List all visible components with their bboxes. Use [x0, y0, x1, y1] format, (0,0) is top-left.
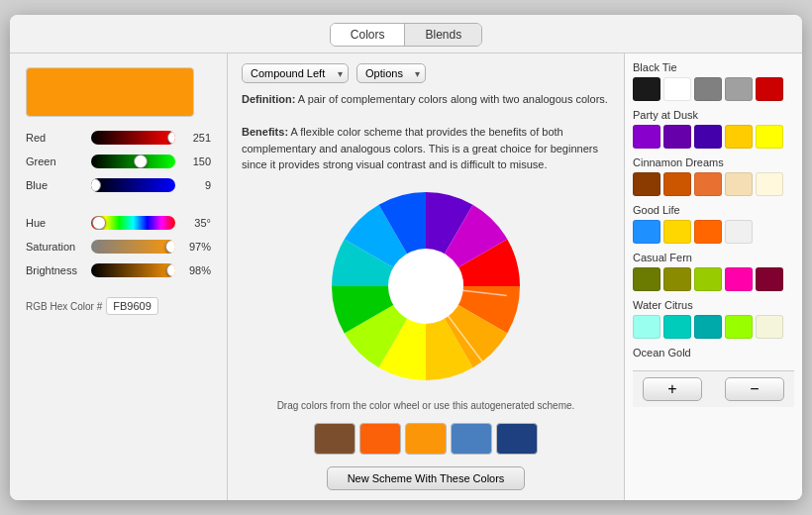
palette-swatch[interactable]: [725, 125, 753, 149]
palette-swatch[interactable]: [694, 220, 722, 244]
right-panel: Black Tie Party at Dusk: [624, 53, 802, 500]
palette-swatches-water-citrus: [633, 315, 794, 339]
palette-swatch[interactable]: [725, 267, 753, 291]
slider-blue[interactable]: [91, 178, 175, 192]
palette-swatch[interactable]: [633, 267, 660, 291]
hex-label: RGB Hex Color #: [26, 301, 102, 312]
color-wheel-area: [242, 181, 610, 393]
palette-party-at-dusk: Party at Dusk: [633, 109, 794, 149]
scheme-swatch-3[interactable]: [451, 423, 492, 455]
controls-row: Compound Left Options: [242, 63, 610, 83]
benefits-text: A flexible color scheme that provides th…: [242, 126, 598, 170]
app-window: Colors Blends Red 251 Green 150: [10, 15, 802, 500]
slider-label-blue: Blue: [26, 179, 85, 191]
palette-swatch[interactable]: [756, 315, 783, 339]
slider-value-blue: 9: [181, 179, 211, 191]
palette-swatches-casual-fern: [633, 267, 794, 291]
palette-swatch[interactable]: [633, 315, 660, 339]
palette-swatches-good-life: [633, 220, 794, 244]
palette-swatch[interactable]: [725, 315, 753, 339]
palette-name-cinnamon-dreams: Cinnamon Dreams: [633, 156, 794, 168]
palette-name-ocean-gold: Ocean Gold: [633, 347, 794, 359]
scheme-swatch-0[interactable]: [314, 423, 355, 455]
palette-name-black-tie: Black Tie: [633, 61, 794, 73]
palette-ocean-gold: Ocean Gold: [633, 347, 794, 362]
palette-name-water-citrus: Water Citrus: [633, 299, 794, 311]
slider-label-green: Green: [26, 155, 85, 167]
palette-swatch[interactable]: [694, 77, 722, 101]
slider-red[interactable]: [91, 131, 175, 145]
palette-swatch[interactable]: [663, 172, 691, 196]
palette-swatch[interactable]: [756, 125, 783, 149]
palette-swatch[interactable]: [633, 220, 660, 244]
options-dropdown-wrap: Options: [356, 63, 426, 83]
hex-value: FB9609: [106, 297, 158, 315]
palette-swatch[interactable]: [694, 172, 722, 196]
tab-colors[interactable]: Colors: [331, 24, 406, 46]
scheme-swatch-4[interactable]: [496, 423, 538, 455]
palette-swatch[interactable]: [694, 267, 722, 291]
scheme-swatch-2[interactable]: [405, 423, 447, 455]
slider-row-bri: Brightness 98%: [26, 263, 211, 277]
palette-swatch[interactable]: [756, 172, 783, 196]
palette-swatch[interactable]: [663, 77, 691, 101]
compound-dropdown[interactable]: Compound Left: [242, 63, 349, 83]
hex-row: RGB Hex Color # FB9609: [26, 297, 211, 315]
palette-swatch[interactable]: [663, 125, 691, 149]
definition-box: Definition: A pair of complementary colo…: [242, 91, 610, 173]
color-wheel[interactable]: [332, 192, 520, 380]
palette-black-tie: Black Tie: [633, 61, 794, 101]
slider-value-red: 251: [181, 132, 211, 144]
slider-hue[interactable]: [91, 216, 175, 230]
palette-swatch[interactable]: [663, 220, 691, 244]
color-preview: [26, 67, 194, 117]
palette-swatch[interactable]: [725, 172, 753, 196]
slider-label-red: Red: [26, 132, 85, 144]
add-palette-button[interactable]: +: [643, 377, 702, 401]
slider-label-hue: Hue: [26, 217, 85, 229]
scheme-swatch-1[interactable]: [359, 423, 401, 455]
slider-label-sat: Saturation: [26, 241, 85, 253]
palette-swatch[interactable]: [725, 77, 753, 101]
palette-swatches-cinnamon: [633, 172, 794, 196]
middle-panel: Compound Left Options Definition: A pair…: [228, 53, 624, 500]
palette-swatch[interactable]: [663, 267, 691, 291]
toolbar: Colors Blends: [10, 15, 802, 53]
palette-swatch[interactable]: [694, 125, 722, 149]
slider-brightness[interactable]: [91, 263, 175, 277]
main-content: Red 251 Green 150 Blue 9: [10, 53, 802, 500]
palette-swatch[interactable]: [694, 315, 722, 339]
palette-water-citrus: Water Citrus: [633, 299, 794, 339]
tab-blends[interactable]: Blends: [405, 24, 481, 46]
palette-swatch[interactable]: [725, 220, 753, 244]
palette-swatch[interactable]: [633, 77, 660, 101]
slider-saturation[interactable]: [91, 240, 175, 254]
palette-name-good-life: Good Life: [633, 204, 794, 216]
palette-casual-fern: Casual Fern: [633, 252, 794, 291]
remove-palette-button[interactable]: −: [725, 377, 784, 401]
slider-green[interactable]: [91, 154, 175, 168]
slider-value-sat: 97%: [181, 241, 211, 253]
benefits-title: Benefits:: [242, 126, 288, 138]
definition-title: Definition:: [242, 93, 295, 105]
palette-swatches-party: [633, 125, 794, 149]
palette-swatch[interactable]: [756, 267, 783, 291]
slider-row-hue: Hue 35°: [26, 216, 211, 230]
palette-swatch[interactable]: [756, 77, 783, 101]
slider-value-green: 150: [181, 155, 211, 167]
palette-swatch[interactable]: [663, 315, 691, 339]
left-panel: Red 251 Green 150 Blue 9: [10, 53, 228, 500]
slider-value-hue: 35°: [181, 217, 211, 229]
scheme-colors: [242, 423, 610, 455]
slider-row-sat: Saturation 97%: [26, 240, 211, 254]
slider-label-bri: Brightness: [26, 264, 85, 276]
options-dropdown[interactable]: Options: [356, 63, 426, 83]
new-scheme-button[interactable]: New Scheme With These Colors: [327, 466, 526, 490]
tab-group: Colors Blends: [330, 23, 482, 47]
palette-swatch[interactable]: [633, 125, 660, 149]
slider-row-red: Red 251: [26, 131, 211, 145]
palette-swatch[interactable]: [633, 172, 660, 196]
palette-cinnamon-dreams: Cinnamon Dreams: [633, 156, 794, 196]
palette-good-life: Good Life: [633, 204, 794, 244]
slider-row-green: Green 150: [26, 154, 211, 168]
